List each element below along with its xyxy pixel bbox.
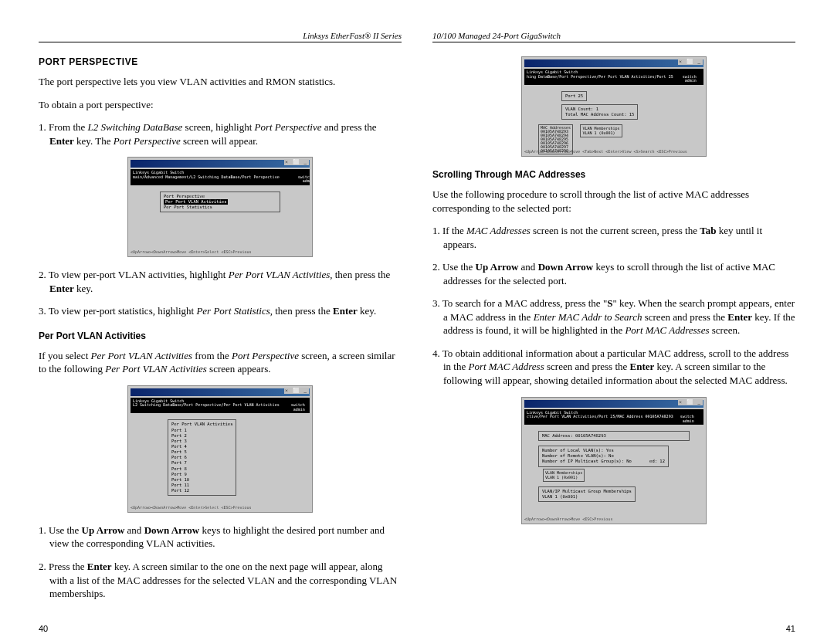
terminal-header: Linksys Gigabit Switch L2 Switching Data… <box>131 398 310 414</box>
obtain-text: To obtain a port perspective: <box>39 98 402 112</box>
menu-row: Per Port Statistics <box>164 205 212 209</box>
scroll-intro: Use the following procedure to scroll th… <box>432 188 795 215</box>
port-list: Port 1 Port 2 Port 3 Port 4 Port 5 Port … <box>171 428 232 494</box>
vlan-membership-box: VLAN Memberships VLAN 1 (0x001) <box>580 124 622 137</box>
terminal-body: Per Port VLAN Activities Port 1 Port 2 P… <box>131 413 310 510</box>
left-step-1: 1. From the L2 Switching DataBase screen… <box>39 120 402 147</box>
right-step-4: 4. To obtain additional information abou… <box>432 347 795 388</box>
terminal-body: Port Perspective Per Port VLAN Activitie… <box>131 185 310 255</box>
screenshot-mac-detail: Linksys Gigabit Switch ctive/Per Port VL… <box>521 397 707 524</box>
terminal-header: Linksys Gigabit Switch main/Advanced Man… <box>131 169 310 185</box>
section-head-port-perspective: PORT PERSPECTIVE <box>39 56 402 67</box>
terminal-footer: <UpArrow><DownArrow>Move <Enter>Select <… <box>131 505 310 510</box>
detail-title: MAC Address: 00105A748293 <box>538 431 690 441</box>
page-left: Linksys EtherFast® II Series PORT PERSPE… <box>39 31 402 610</box>
terminal-body: Port 25 VLAN Count: 1 Total MAC Address … <box>524 85 703 154</box>
right-step-2: 2. Use the Up Arrow and Down Arrow keys … <box>432 260 795 287</box>
terminal-body: MAC Address: 00105A748293 Number of Loca… <box>524 425 703 521</box>
count-box: VLAN Count: 1 Total MAC Address Count: 1… <box>561 104 638 120</box>
vlan-step-1: 1. Use the Up Arrow and Down Arrow keys … <box>39 524 402 551</box>
document-spread: Linksys EtherFast® II Series PORT PERSPE… <box>39 31 795 610</box>
running-header-left: Linksys EtherFast® II Series <box>39 31 402 42</box>
window-titlebar <box>524 400 703 408</box>
vlan-membership-box: VLAN Memberships VLAN 1 (0x001) <box>543 469 585 482</box>
screenshot-port-perspective: Linksys Gigabit Switch main/Advanced Man… <box>127 157 313 257</box>
window-titlebar <box>131 160 310 168</box>
running-header-right: 10/100 Managed 24-Port GigaSwitch <box>432 31 795 42</box>
panel-title: Per Port VLAN Activities <box>171 422 232 427</box>
page-right: 10/100 Managed 24-Port GigaSwitch Linksy… <box>432 31 795 610</box>
page-number-left: 40 <box>39 624 48 633</box>
selected-row: Per Port VLAN Activities <box>164 199 228 205</box>
page-number-right: 41 <box>786 624 795 633</box>
right-step-1: 1. If the MAC Addresses screen is not th… <box>432 224 795 251</box>
intro-text: The port perspective lets you view VLAN … <box>39 75 402 89</box>
left-step-2: 2. To view per-port VLAN activities, hig… <box>39 268 402 295</box>
terminal-footer: <UpArrow><DownArrow>Move <Enter>Select <… <box>131 249 310 254</box>
right-step-3: 3. To search for a MAC address, press th… <box>432 297 795 337</box>
port-label: Port 25 <box>561 91 587 101</box>
window-titlebar <box>524 59 703 67</box>
panel-title: Port Perspective <box>164 194 276 199</box>
multicast-group-box: VLAN/IP Multicast Group Memberships VLAN… <box>538 486 636 502</box>
terminal-footer: <UpArrow><DownArrow>Move <ESC>Previous <box>524 517 703 521</box>
screenshot-vlan-activities: Linksys Gigabit Switch L2 Switching Data… <box>127 385 313 513</box>
screenshot-mac-addresses: Linksys Gigabit Switch hing DataBase/Por… <box>521 56 707 157</box>
sub-head-scroll-mac: Scrolling Through MAC Addresses <box>432 169 795 180</box>
terminal-header: Linksys Gigabit Switch hing DataBase/Por… <box>524 69 703 85</box>
detail-info-box: Number of Local VLAN(s): Yes Number of R… <box>538 446 669 466</box>
window-titlebar <box>131 388 310 396</box>
vlan-step-2: 2. Press the Enter key. A screen similar… <box>39 560 402 601</box>
left-step-3: 3. To view per-port statistics, highligh… <box>39 304 402 318</box>
terminal-footer: <UpArrow><DownArrow>Move <Tab>Next <Ente… <box>524 149 703 154</box>
vlan-intro: If you select Per Port VLAN Activities f… <box>39 349 402 376</box>
sub-head-vlan-activities: Per Port VLAN Activities <box>39 330 402 341</box>
terminal-header: Linksys Gigabit Switch ctive/Per Port VL… <box>524 409 703 425</box>
